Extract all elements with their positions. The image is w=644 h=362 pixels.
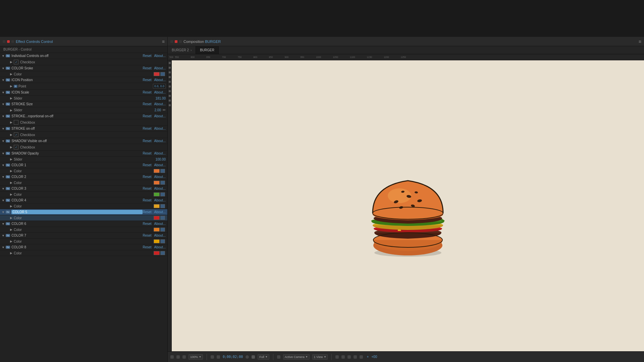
footer-icon-5[interactable] — [217, 355, 220, 359]
effect-row-strokeprop[interactable]: ▼ fx STROKE...roportional on-off Reset A… — [0, 113, 167, 119]
reset-btn-color1[interactable]: Reset — [143, 163, 151, 167]
slider-value-strokesize[interactable]: 2.00 — [155, 108, 161, 112]
effect-row-color4[interactable]: ▼ fx COLOR 4 Reset About... — [0, 197, 167, 203]
reset-btn-strokesize[interactable]: Reset — [143, 102, 151, 106]
tab-burger[interactable]: BURGER — [196, 46, 219, 54]
footer-icon-8[interactable] — [277, 355, 280, 359]
footer-icon-3[interactable] — [182, 355, 186, 359]
slider-value-shadowopacity[interactable]: 100.00 — [155, 158, 166, 161]
about-btn-strokesize[interactable]: About... — [154, 102, 166, 106]
slider-value-iconscale[interactable]: 181.00 — [155, 97, 166, 100]
quality-dropdown[interactable]: Full — [258, 354, 269, 360]
color-swatch-color8[interactable] — [154, 251, 160, 255]
reset-btn-color7[interactable]: Reset — [143, 234, 151, 237]
effect-row-color7[interactable]: ▼ fx COLOR 7 Reset About... — [0, 233, 167, 239]
about-btn-shadowopacity[interactable]: About... — [154, 152, 166, 155]
reset-btn-color6[interactable]: Reset — [143, 222, 151, 226]
checkbox-strokeonoff[interactable]: ✓ — [14, 132, 18, 137]
reset-btn-iconscale[interactable]: Reset — [143, 90, 151, 94]
color-swatch-color6[interactable] — [154, 228, 160, 232]
view-dropdown[interactable]: 1 View — [312, 354, 328, 360]
footer-icon-7[interactable] — [252, 355, 255, 359]
effect-row-color2[interactable]: ▼ fx COLOR 2 Reset About... — [0, 174, 167, 180]
panel-menu-icon[interactable]: ≡ — [162, 39, 165, 44]
reset-btn-individual[interactable]: Reset — [143, 54, 151, 58]
effect-row-strokesize[interactable]: ▼ fx STROKE Size Reset About... — [0, 101, 167, 107]
effect-row-iconscale[interactable]: ▼ fx ICON Scale Reset About... — [0, 89, 167, 96]
footer-icon-4[interactable] — [211, 355, 214, 359]
color-link-color2[interactable] — [160, 181, 165, 185]
about-btn-color8[interactable]: About... — [154, 245, 166, 249]
reset-btn-strokeprop[interactable]: Reset — [143, 114, 151, 118]
footer-icon-6[interactable] — [246, 355, 249, 359]
footer-icon-2[interactable] — [176, 355, 180, 359]
footer-icon-11[interactable] — [347, 355, 351, 359]
color-swatch-color4[interactable] — [154, 204, 160, 208]
footer-icon-12[interactable] — [354, 355, 357, 359]
about-btn-strokeprop[interactable]: About... — [154, 114, 166, 118]
header-icon-close[interactable] — [3, 40, 5, 43]
color-link-sroke[interactable] — [160, 72, 165, 76]
effect-row-strokeonoff[interactable]: ▼ fx STROKE on-off Reset About... — [0, 126, 167, 132]
footer-icon-10[interactable] — [341, 355, 345, 359]
about-btn-strokeonoff[interactable]: About... — [154, 127, 166, 130]
reset-btn-color4[interactable]: Reset — [143, 198, 151, 202]
about-btn-color5[interactable]: About... — [154, 210, 166, 214]
footer-icon-13[interactable] — [360, 355, 363, 359]
color-link-color7[interactable] — [160, 239, 165, 243]
about-btn-color7[interactable]: About... — [154, 234, 166, 237]
about-btn-color1[interactable]: About... — [154, 163, 166, 167]
color-link-color5[interactable] — [160, 216, 165, 220]
reset-btn-color5[interactable]: Reset — [143, 210, 151, 214]
about-btn-color2[interactable]: About... — [154, 175, 166, 179]
comp-menu-icon[interactable]: ≡ — [639, 39, 641, 44]
about-btn-iconscale[interactable]: About... — [154, 90, 166, 94]
time-display[interactable]: 0;00;02;00 — [223, 355, 243, 359]
about-btn-shadowvisible[interactable]: About... — [154, 139, 166, 143]
reset-btn-color8[interactable]: Reset — [143, 245, 151, 249]
footer-icon-9[interactable] — [335, 355, 339, 359]
checkbox-strokeprop[interactable] — [14, 120, 18, 125]
effect-row-color5[interactable]: ▼ fx COLOR 5 Reset About... — [0, 209, 167, 215]
reset-btn-color3[interactable]: Reset — [143, 187, 151, 190]
zoom-dropdown[interactable]: 100% — [189, 354, 203, 360]
camera-dropdown[interactable]: Active Camera — [283, 354, 310, 360]
color-swatch-color7[interactable] — [154, 239, 160, 243]
color-swatch-color1[interactable] — [154, 169, 160, 173]
reset-btn-color2[interactable]: Reset — [143, 175, 151, 179]
about-btn-color4[interactable]: About... — [154, 198, 166, 202]
reset-btn-shadowvisible[interactable]: Reset — [143, 139, 151, 143]
effect-row-colorsroke[interactable]: ▼ fx COLOR Sroke Reset About... — [0, 65, 167, 71]
color-link-color8[interactable] — [160, 251, 165, 255]
about-btn-colorsroke[interactable]: About... — [154, 66, 166, 70]
reset-btn-shadowopacity[interactable]: Reset — [143, 152, 151, 155]
effect-row-shadowvisible[interactable]: ▼ fx SHADOW Visible on-off Reset About..… — [0, 138, 167, 144]
about-btn-color6[interactable]: About... — [154, 222, 166, 226]
effect-row-color6[interactable]: ▼ fx COLOR 6 Reset About... — [0, 221, 167, 227]
effect-row-color1[interactable]: ▼ fx COLOR 1 Reset About... — [0, 162, 167, 168]
effect-row-color8[interactable]: ▼ fx COLOR 8 Reset About... — [0, 244, 167, 250]
color-swatch-color3[interactable] — [154, 192, 160, 196]
effect-row-color3[interactable]: ▼ fx COLOR 3 Reset About... — [0, 186, 167, 192]
effect-row-shadowopacity[interactable]: ▼ fx SHADOW Opacity Reset About... — [0, 150, 167, 157]
color-link-color6[interactable] — [160, 228, 165, 232]
checkbox-shadowvisible[interactable]: ✓ — [14, 145, 18, 149]
effect-row-iconposition[interactable]: ▼ fx ICON Position Reset About... — [0, 77, 167, 83]
color-link-color4[interactable] — [160, 204, 165, 208]
color-swatch-sroke[interactable] — [154, 72, 160, 76]
about-btn-color3[interactable]: About... — [154, 187, 166, 190]
color-link-color3[interactable] — [160, 192, 165, 196]
reset-btn-iconposition[interactable]: Reset — [143, 78, 151, 82]
color-swatch-color5[interactable] — [154, 216, 160, 220]
effect-row-individual[interactable]: ▼ fx Individual Controls on-off Reset Ab… — [0, 53, 167, 59]
tab-burger2[interactable]: BURGER 2 › — [168, 46, 196, 54]
point-value[interactable]: 0.0, 0.0 — [153, 84, 166, 88]
footer-icon-1[interactable] — [170, 355, 174, 359]
about-btn-iconposition[interactable]: About... — [154, 78, 166, 82]
reset-btn-strokeonoff[interactable]: Reset — [143, 127, 151, 130]
about-btn-individual[interactable]: About... — [154, 54, 166, 58]
color-link-color1[interactable] — [160, 169, 165, 173]
checkbox-individual[interactable]: ✓ — [14, 60, 18, 64]
color-swatch-color2[interactable] — [154, 181, 160, 185]
reset-btn-colorsroke[interactable]: Reset — [143, 66, 151, 70]
